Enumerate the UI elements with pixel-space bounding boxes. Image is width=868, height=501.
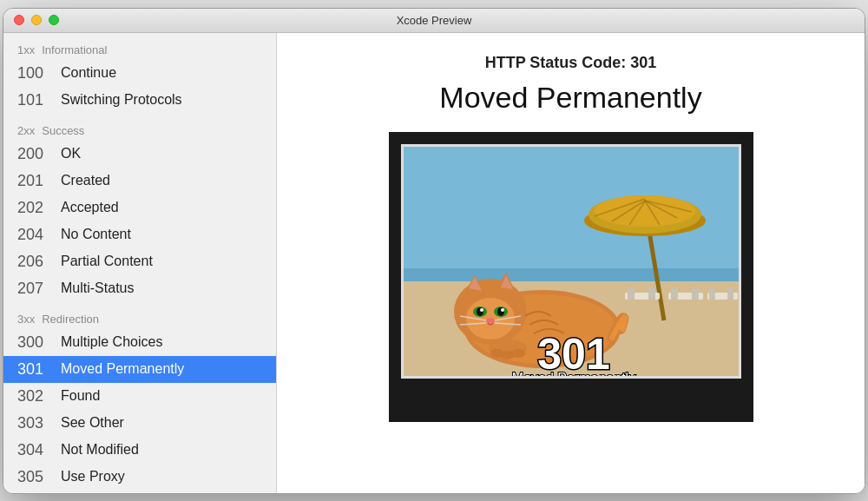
svg-point-35 bbox=[480, 308, 483, 312]
section-code: 2xx bbox=[17, 124, 35, 137]
sidebar-item[interactable]: 202Accepted bbox=[3, 194, 276, 221]
svg-point-37 bbox=[486, 318, 495, 323]
svg-rect-22 bbox=[727, 287, 733, 300]
svg-text:Moved Permanently: Moved Permanently bbox=[511, 371, 635, 379]
svg-point-45 bbox=[511, 349, 525, 358]
svg-rect-19 bbox=[692, 287, 699, 300]
status-name-header: Moved Permanently bbox=[439, 81, 701, 115]
item-code: 100 bbox=[17, 64, 61, 82]
item-code: 101 bbox=[17, 91, 61, 109]
item-code: 305 bbox=[17, 468, 61, 486]
section-header: 1xxInformational bbox=[3, 33, 276, 60]
item-name: Moved Permanently bbox=[61, 361, 184, 377]
section-label: Redirection bbox=[42, 313, 99, 326]
section-label: Success bbox=[42, 124, 84, 137]
item-name: Switching Protocols bbox=[61, 92, 182, 108]
traffic-lights bbox=[14, 15, 59, 25]
item-code: 206 bbox=[17, 253, 61, 271]
sidebar: 1xxInformational100Continue101Switching … bbox=[3, 33, 277, 493]
item-name: See Other bbox=[61, 415, 124, 431]
sidebar-item[interactable]: 207Multi-Status bbox=[3, 275, 276, 302]
sidebar-item[interactable]: 302Found bbox=[3, 383, 276, 410]
beach-svg: 301 Moved Permanently bbox=[404, 147, 741, 379]
sidebar-item[interactable]: 301Moved Permanently bbox=[3, 356, 276, 383]
sidebar-item[interactable]: 305Use Proxy bbox=[3, 464, 276, 491]
item-name: Found bbox=[61, 388, 100, 404]
sidebar-item[interactable]: 204No Content bbox=[3, 221, 276, 248]
sidebar-item[interactable]: 304Not Modified bbox=[3, 437, 276, 464]
svg-rect-16 bbox=[648, 287, 655, 300]
meme-container: 301 Moved Permanently bbox=[389, 132, 753, 422]
sidebar-item[interactable]: 101Switching Protocols bbox=[3, 87, 276, 114]
item-name: OK bbox=[61, 146, 81, 162]
item-code: 200 bbox=[17, 145, 61, 163]
item-name: Not Modified bbox=[61, 442, 139, 458]
item-code: 304 bbox=[17, 441, 61, 459]
item-code: 202 bbox=[17, 199, 61, 217]
sidebar-item[interactable]: 201Created bbox=[3, 168, 276, 194]
content-area: 1xxInformational100Continue101Switching … bbox=[3, 33, 865, 493]
titlebar: Xcode Preview bbox=[3, 9, 865, 33]
main-window: Xcode Preview 1xxInformational100Continu… bbox=[3, 8, 865, 494]
item-code: 301 bbox=[17, 360, 61, 379]
section-label: Informational bbox=[42, 43, 107, 56]
item-name: No Content bbox=[61, 227, 131, 242]
svg-rect-21 bbox=[709, 287, 715, 300]
section-header: 2xxSuccess bbox=[3, 114, 276, 141]
sidebar-item[interactable]: 206Partial Content bbox=[3, 248, 276, 275]
main-panel: HTTP Status Code: 301 Moved Permanently bbox=[277, 33, 865, 493]
item-name: Use Proxy bbox=[61, 469, 125, 485]
item-name: Multiple Choices bbox=[61, 334, 162, 350]
section-code: 1xx bbox=[17, 43, 35, 56]
item-code: 303 bbox=[17, 414, 61, 432]
item-name: Partial Content bbox=[61, 254, 153, 269]
sidebar-item[interactable]: 100Continue bbox=[3, 60, 276, 87]
item-code: 300 bbox=[17, 333, 61, 352]
item-code: 204 bbox=[17, 226, 61, 244]
sidebar-item[interactable]: 200OK bbox=[3, 141, 276, 168]
meme-image: 301 Moved Permanently bbox=[401, 144, 741, 379]
section-header: 3xxRedirection bbox=[3, 302, 276, 329]
item-name: Continue bbox=[61, 65, 116, 81]
sidebar-item[interactable]: 300Multiple Choices bbox=[3, 329, 276, 356]
item-code: 201 bbox=[17, 172, 61, 190]
sidebar-item[interactable]: 303See Other bbox=[3, 410, 276, 437]
item-code: 207 bbox=[17, 280, 61, 298]
item-name: Multi-Status bbox=[61, 280, 134, 296]
item-code: 302 bbox=[17, 387, 61, 405]
section-code: 3xx bbox=[17, 313, 35, 326]
item-name: Accepted bbox=[61, 200, 119, 215]
svg-rect-15 bbox=[628, 287, 635, 300]
item-name: Created bbox=[61, 173, 110, 188]
svg-point-36 bbox=[501, 308, 504, 312]
maximize-button[interactable] bbox=[49, 15, 59, 25]
close-button[interactable] bbox=[14, 15, 24, 25]
status-code-header: HTTP Status Code: 301 bbox=[485, 54, 657, 72]
svg-rect-18 bbox=[671, 287, 678, 300]
minimize-button[interactable] bbox=[31, 15, 42, 25]
window-title: Xcode Preview bbox=[397, 14, 472, 27]
